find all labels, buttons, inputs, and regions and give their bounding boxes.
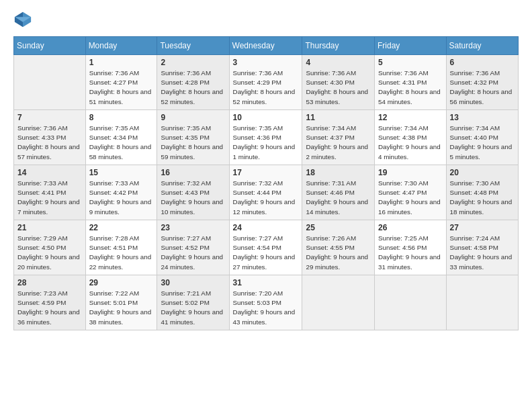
day-number: 16 [161,168,225,177]
weekday-header-wednesday: Wednesday [229,37,302,55]
day-number: 6 [450,58,515,67]
calendar-cell: 25Sunrise: 7:26 AMSunset: 4:55 PMDayligh… [302,220,375,275]
calendar-cell: 17Sunrise: 7:32 AMSunset: 4:44 PMDayligh… [229,165,302,220]
calendar-cell: 11Sunrise: 7:34 AMSunset: 4:37 PMDayligh… [302,110,375,165]
day-info: Sunrise: 7:20 AMSunset: 5:03 PMDaylight:… [233,289,299,327]
day-info: Sunrise: 7:36 AMSunset: 4:27 PMDaylight:… [89,68,154,107]
calendar-week-row: 1Sunrise: 7:36 AMSunset: 4:27 PMDaylight… [14,55,519,110]
calendar-cell: 18Sunrise: 7:31 AMSunset: 4:46 PMDayligh… [302,165,375,220]
day-info: Sunrise: 7:36 AMSunset: 4:28 PMDaylight:… [161,68,225,107]
day-info: Sunrise: 7:30 AMSunset: 4:47 PMDaylight:… [378,179,443,217]
calendar-cell: 5Sunrise: 7:36 AMSunset: 4:31 PMDaylight… [375,55,447,110]
calendar-week-row: 21Sunrise: 7:29 AMSunset: 4:50 PMDayligh… [14,220,519,275]
day-info: Sunrise: 7:36 AMSunset: 4:32 PMDaylight:… [450,68,515,107]
day-info: Sunrise: 7:36 AMSunset: 4:30 PMDaylight:… [306,68,371,107]
calendar-cell: 6Sunrise: 7:36 AMSunset: 4:32 PMDaylight… [446,55,518,110]
day-info: Sunrise: 7:30 AMSunset: 4:48 PMDaylight:… [450,179,515,217]
calendar-cell: 9Sunrise: 7:35 AMSunset: 4:35 PMDaylight… [157,110,229,165]
day-number: 30 [161,278,225,287]
weekday-header-friday: Friday [375,37,447,55]
day-number: 28 [17,278,82,287]
calendar-cell: 2Sunrise: 7:36 AMSunset: 4:28 PMDaylight… [157,55,229,110]
calendar-body: 1Sunrise: 7:36 AMSunset: 4:27 PMDaylight… [14,55,519,330]
day-info: Sunrise: 7:27 AMSunset: 4:52 PMDaylight:… [161,234,225,272]
day-number: 18 [306,168,371,177]
day-number: 23 [161,223,225,232]
day-number: 13 [450,113,515,122]
day-number: 12 [378,113,443,122]
calendar-cell: 27Sunrise: 7:24 AMSunset: 4:58 PMDayligh… [446,220,518,275]
day-info: Sunrise: 7:33 AMSunset: 4:41 PMDaylight:… [17,179,82,217]
calendar-cell: 12Sunrise: 7:34 AMSunset: 4:38 PMDayligh… [375,110,447,165]
calendar-table: SundayMondayTuesdayWednesdayThursdayFrid… [13,36,519,330]
day-info: Sunrise: 7:36 AMSunset: 4:33 PMDaylight:… [17,124,82,162]
calendar-cell: 4Sunrise: 7:36 AMSunset: 4:30 PMDaylight… [302,55,375,110]
day-number: 4 [306,58,371,67]
day-number: 7 [17,113,82,122]
calendar-cell [302,275,375,330]
day-info: Sunrise: 7:36 AMSunset: 4:31 PMDaylight:… [378,68,443,107]
day-number: 21 [17,223,82,232]
day-info: Sunrise: 7:27 AMSunset: 4:54 PMDaylight:… [233,234,299,272]
day-info: Sunrise: 7:34 AMSunset: 4:38 PMDaylight:… [378,124,443,162]
calendar-cell: 13Sunrise: 7:34 AMSunset: 4:40 PMDayligh… [446,110,518,165]
day-number: 11 [306,113,371,122]
calendar-cell [14,55,86,110]
day-info: Sunrise: 7:34 AMSunset: 4:40 PMDaylight:… [450,124,515,162]
day-number: 1 [89,58,154,67]
day-number: 26 [378,223,443,232]
day-info: Sunrise: 7:34 AMSunset: 4:37 PMDaylight:… [306,124,371,162]
calendar-cell: 20Sunrise: 7:30 AMSunset: 4:48 PMDayligh… [446,165,518,220]
day-number: 9 [161,113,225,122]
calendar-cell: 28Sunrise: 7:23 AMSunset: 4:59 PMDayligh… [14,275,86,330]
day-number: 29 [89,278,154,287]
day-info: Sunrise: 7:21 AMSunset: 5:02 PMDaylight:… [161,289,225,327]
page-header [13,11,519,30]
day-info: Sunrise: 7:36 AMSunset: 4:29 PMDaylight:… [233,68,299,107]
day-number: 17 [233,168,299,177]
calendar-cell: 24Sunrise: 7:27 AMSunset: 4:54 PMDayligh… [229,220,302,275]
day-number: 3 [233,58,299,67]
calendar-cell [446,275,518,330]
day-info: Sunrise: 7:35 AMSunset: 4:34 PMDaylight:… [89,124,154,162]
day-number: 10 [233,113,299,122]
calendar-cell: 21Sunrise: 7:29 AMSunset: 4:50 PMDayligh… [14,220,86,275]
weekday-header-monday: Monday [85,37,157,55]
day-info: Sunrise: 7:25 AMSunset: 4:56 PMDaylight:… [378,234,443,272]
calendar-header-row: SundayMondayTuesdayWednesdayThursdayFrid… [14,37,519,55]
calendar-cell: 16Sunrise: 7:32 AMSunset: 4:43 PMDayligh… [157,165,229,220]
day-number: 20 [450,168,515,177]
weekday-header-sunday: Sunday [14,37,86,55]
calendar-cell: 7Sunrise: 7:36 AMSunset: 4:33 PMDaylight… [14,110,86,165]
day-number: 31 [233,278,299,287]
weekday-header-thursday: Thursday [302,37,375,55]
day-info: Sunrise: 7:35 AMSunset: 4:36 PMDaylight:… [233,124,299,162]
day-number: 15 [89,168,154,177]
day-number: 8 [89,113,154,122]
day-info: Sunrise: 7:32 AMSunset: 4:43 PMDaylight:… [161,179,225,217]
calendar-cell: 14Sunrise: 7:33 AMSunset: 4:41 PMDayligh… [14,165,86,220]
day-number: 24 [233,223,299,232]
calendar-cell: 15Sunrise: 7:33 AMSunset: 4:42 PMDayligh… [85,165,157,220]
day-number: 14 [17,168,82,177]
day-number: 2 [161,58,225,67]
calendar-cell: 8Sunrise: 7:35 AMSunset: 4:34 PMDaylight… [85,110,157,165]
day-info: Sunrise: 7:32 AMSunset: 4:44 PMDaylight:… [233,179,299,217]
calendar-cell: 3Sunrise: 7:36 AMSunset: 4:29 PMDaylight… [229,55,302,110]
page-container: SundayMondayTuesdayWednesdayThursdayFrid… [0,0,532,337]
logo [13,11,35,30]
calendar-cell: 22Sunrise: 7:28 AMSunset: 4:51 PMDayligh… [85,220,157,275]
day-info: Sunrise: 7:22 AMSunset: 5:01 PMDaylight:… [89,289,154,327]
calendar-cell: 23Sunrise: 7:27 AMSunset: 4:52 PMDayligh… [157,220,229,275]
weekday-header-saturday: Saturday [446,37,518,55]
calendar-cell: 31Sunrise: 7:20 AMSunset: 5:03 PMDayligh… [229,275,302,330]
day-number: 27 [450,223,515,232]
day-number: 19 [378,168,443,177]
calendar-week-row: 28Sunrise: 7:23 AMSunset: 4:59 PMDayligh… [14,275,519,330]
day-number: 25 [306,223,371,232]
calendar-cell: 19Sunrise: 7:30 AMSunset: 4:47 PMDayligh… [375,165,447,220]
calendar-week-row: 7Sunrise: 7:36 AMSunset: 4:33 PMDaylight… [14,110,519,165]
calendar-cell: 29Sunrise: 7:22 AMSunset: 5:01 PMDayligh… [85,275,157,330]
day-info: Sunrise: 7:31 AMSunset: 4:46 PMDaylight:… [306,179,371,217]
calendar-cell: 30Sunrise: 7:21 AMSunset: 5:02 PMDayligh… [157,275,229,330]
